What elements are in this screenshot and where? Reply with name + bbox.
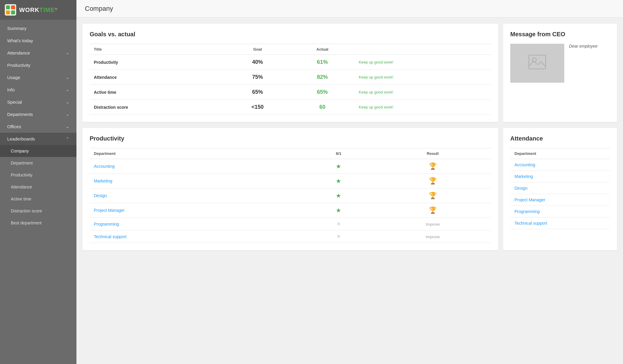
svg-rect-4 xyxy=(11,10,15,14)
trophy-icon: 🏆 xyxy=(429,192,437,199)
prod-col-date: 8/1 xyxy=(303,148,374,159)
sidebar: WORKTIME® Summary What's today Attendanc… xyxy=(0,0,76,364)
table-row: Attendance 75% 82% Keep up good work! xyxy=(90,70,491,85)
row-actual: 60 xyxy=(290,100,355,115)
trophy-icon: 🏆 xyxy=(429,162,437,170)
logo-text: WORKTIME® xyxy=(19,7,57,13)
table-row: Accounting ★ 🏆 xyxy=(90,159,491,174)
dept-link-technical-support[interactable]: Technical support xyxy=(94,234,127,239)
prod-col-dept: Department xyxy=(90,148,303,159)
ceo-message: Dear employee xyxy=(569,44,598,49)
bottom-row: Productivity Department 8/1 Result Accou… xyxy=(76,128,623,256)
productivity-title: Productivity xyxy=(90,135,491,142)
table-row: Technical support ✕ Improve xyxy=(90,230,491,243)
row-goal: 75% xyxy=(225,70,290,85)
sidebar-nav: Summary What's today Attendance ⌄ Produc… xyxy=(0,20,76,231)
attendance-card: Attendance Department Accounting Marketi… xyxy=(503,128,617,250)
prod-col-result: Result xyxy=(374,148,491,159)
dept-link-marketing[interactable]: Marketing xyxy=(94,179,112,183)
table-row: Design ★ 🏆 xyxy=(90,188,491,203)
table-row: Design xyxy=(510,182,610,194)
row-actual: 82% xyxy=(290,70,355,85)
table-row: Productivity 40% 61% Keep up good work! xyxy=(90,55,491,70)
table-row: Project Manager xyxy=(510,194,610,206)
sidebar-item-usage[interactable]: Usage ⌄ xyxy=(0,71,76,84)
chevron-down-icon: ⌄ xyxy=(66,75,69,80)
sidebar-item-whats-today[interactable]: What's today xyxy=(0,34,76,47)
trophy-icon: 🏆 xyxy=(429,177,437,185)
table-row: Marketing ★ 🏆 xyxy=(90,174,491,188)
image-icon xyxy=(528,55,546,72)
sidebar-item-leaderboards[interactable]: Leaderboards ⌃ xyxy=(0,133,76,145)
att-dept-design[interactable]: Design xyxy=(514,186,528,191)
chevron-down-icon: ⌄ xyxy=(66,124,69,129)
trophy-icon: 🏆 xyxy=(429,206,437,214)
chevron-down-icon: ⌄ xyxy=(66,100,69,104)
dept-link-programming[interactable]: Programming xyxy=(94,222,119,226)
page-title: Company xyxy=(85,5,615,13)
sidebar-subitem-attendance[interactable]: Attendance xyxy=(0,181,76,193)
col-goal: Goal xyxy=(225,44,290,55)
x-icon: ✕ xyxy=(337,221,341,226)
table-row: Distraction score <150 60 Keep up good w… xyxy=(90,100,491,115)
row-actual: 65% xyxy=(290,85,355,100)
attendance-table: Department Accounting Marketing Design xyxy=(510,148,610,229)
table-row: Programming ✕ Improve xyxy=(90,218,491,230)
ceo-section: Dear employee xyxy=(510,44,610,86)
att-col-dept: Department xyxy=(510,148,593,159)
attendance-title: Attendance xyxy=(510,135,610,142)
row-status: Keep up good work! xyxy=(355,70,491,85)
row-status: Keep up good work! xyxy=(355,100,491,115)
star-icon: ★ xyxy=(336,178,341,184)
sidebar-item-departments[interactable]: Departments ⌄ xyxy=(0,108,76,120)
dept-link-design[interactable]: Design xyxy=(94,193,107,198)
sidebar-item-offices[interactable]: Offices ⌄ xyxy=(0,120,76,133)
ceo-card: Message from CEO Dear employee xyxy=(503,24,617,122)
sidebar-subitem-active-time[interactable]: Active time xyxy=(0,193,76,205)
star-icon: ★ xyxy=(336,207,341,214)
app-logo: WORKTIME® xyxy=(0,0,76,20)
table-row: Active time 65% 65% Keep up good work! xyxy=(90,85,491,100)
sidebar-item-summary[interactable]: Summary xyxy=(0,22,76,34)
improve-label: Improve xyxy=(426,235,440,239)
col-title: Title xyxy=(90,44,225,55)
improve-label: Improve xyxy=(426,222,440,226)
row-status: Keep up good work! xyxy=(355,55,491,70)
row-goal: <150 xyxy=(225,100,290,115)
productivity-card: Productivity Department 8/1 Result Accou… xyxy=(82,128,498,250)
sidebar-subitem-productivity[interactable]: Productivity xyxy=(0,169,76,181)
svg-rect-1 xyxy=(6,5,10,9)
row-actual: 61% xyxy=(290,55,355,70)
row-goal: 40% xyxy=(225,55,290,70)
sidebar-item-productivity[interactable]: Productivity xyxy=(0,59,76,71)
row-title: Distraction score xyxy=(90,100,225,115)
goals-title: Goals vs. actual xyxy=(90,31,491,38)
att-dept-technical-support[interactable]: Technical support xyxy=(514,221,547,226)
sidebar-subitem-company[interactable]: Company xyxy=(0,145,76,157)
sidebar-subitem-distraction-score[interactable]: Distraction score xyxy=(0,205,76,217)
table-row: Programming xyxy=(510,206,610,218)
goals-table: Title Goal Actual Productivity 40% 61% K… xyxy=(90,44,491,115)
sidebar-subitem-best-department[interactable]: Best department xyxy=(0,217,76,229)
att-dept-marketing[interactable]: Marketing xyxy=(514,174,533,179)
att-dept-accounting[interactable]: Accounting xyxy=(514,162,535,167)
row-status: Keep up good work! xyxy=(355,85,491,100)
dept-link-accounting[interactable]: Accounting xyxy=(94,164,115,169)
att-dept-project-manager[interactable]: Project Manager xyxy=(514,197,545,202)
sidebar-item-attendance[interactable]: Attendance ⌄ xyxy=(0,47,76,59)
table-row: Technical support xyxy=(510,218,610,229)
dept-link-project-manager[interactable]: Project Manager xyxy=(94,208,125,213)
sidebar-subitem-department[interactable]: Department xyxy=(0,157,76,169)
page-header: Company xyxy=(76,0,623,18)
col-status xyxy=(355,44,491,55)
star-icon: ★ xyxy=(336,192,341,199)
main-content: Company Goals vs. actual Title Goal Actu… xyxy=(76,0,623,364)
row-goal: 65% xyxy=(225,85,290,100)
sidebar-item-info[interactable]: Info ⌄ xyxy=(0,84,76,96)
sidebar-item-special[interactable]: Special ⌄ xyxy=(0,96,76,108)
table-row: Project Manager ★ 🏆 xyxy=(90,203,491,218)
table-row: Marketing xyxy=(510,171,610,182)
chevron-down-icon: ⌄ xyxy=(66,51,69,55)
att-col-extra xyxy=(593,148,610,159)
att-dept-programming[interactable]: Programming xyxy=(514,209,540,214)
